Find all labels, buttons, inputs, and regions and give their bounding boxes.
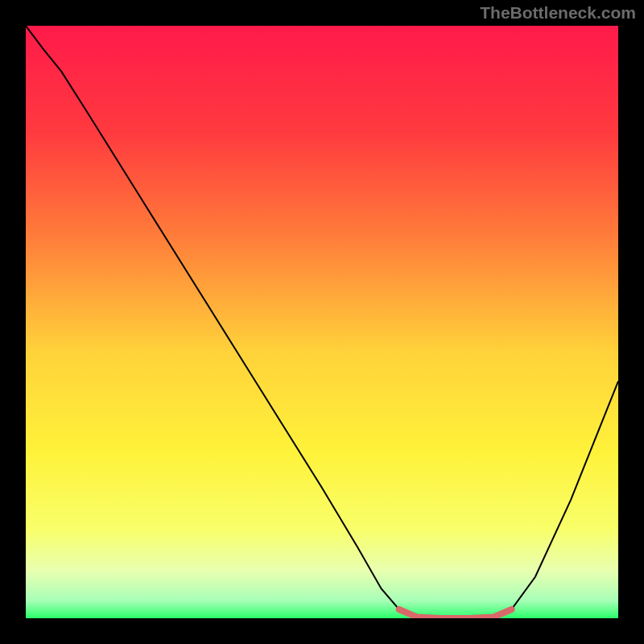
watermark-text: TheBottleneck.com bbox=[480, 3, 636, 23]
chart-area bbox=[26, 26, 618, 618]
optimal-zone-marker bbox=[26, 26, 618, 618]
